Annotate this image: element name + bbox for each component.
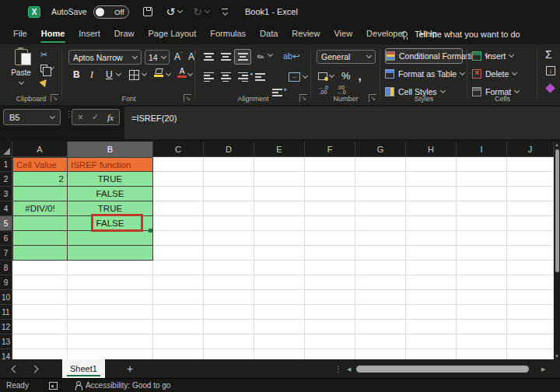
cell-C8[interactable]	[153, 261, 204, 275]
cell-E14[interactable]	[254, 349, 305, 359]
insert-function-icon[interactable]: fx	[107, 113, 114, 122]
fill-color-dropdown-icon[interactable]	[166, 71, 171, 76]
copy-icon[interactable]	[40, 65, 47, 72]
sheet-options-dots-icon[interactable]: ⋮	[334, 367, 342, 371]
row-header-3[interactable]: 3	[0, 187, 12, 201]
cut-icon[interactable]: ✂	[40, 51, 47, 58]
underline-dropdown-icon[interactable]	[116, 71, 121, 76]
new-sheet-icon[interactable]: +	[127, 362, 133, 375]
cell-I5[interactable]	[457, 216, 507, 231]
cell-A11[interactable]	[12, 305, 68, 320]
column-header-G[interactable]: G	[355, 142, 406, 157]
cell-I6[interactable]	[457, 231, 507, 246]
cell-J7[interactable]	[507, 246, 554, 261]
row-header-14[interactable]: 14	[0, 349, 12, 359]
cell-F6[interactable]	[305, 231, 355, 246]
cell-G6[interactable]	[355, 231, 406, 246]
fill-color-icon[interactable]	[154, 68, 163, 77]
cell-J12[interactable]	[507, 320, 554, 334]
cell-B11[interactable]	[68, 305, 153, 320]
cell-D2[interactable]	[204, 172, 254, 187]
cell-F4[interactable]	[305, 201, 355, 216]
next-sheet-icon[interactable]	[31, 365, 39, 373]
cell-F13[interactable]	[305, 334, 355, 349]
cell-H12[interactable]	[406, 320, 457, 334]
scroll-up-icon[interactable]: ▲	[555, 142, 559, 147]
cell-G3[interactable]	[355, 187, 406, 201]
cell-D13[interactable]	[204, 334, 254, 349]
orientation-icon[interactable]: ✎	[255, 51, 267, 64]
cell-G1[interactable]	[355, 157, 406, 172]
previous-sheet-icon[interactable]	[12, 365, 19, 373]
undo-dropdown-icon[interactable]	[177, 8, 183, 13]
font-color-icon[interactable]: A	[177, 68, 187, 78]
orientation-dropdown-icon[interactable]	[268, 51, 273, 57]
decrease-decimal-icon[interactable]: .00→.0	[336, 86, 346, 95]
column-header-F[interactable]: F	[305, 142, 355, 157]
cell-J2[interactable]	[507, 172, 554, 187]
macro-record-icon[interactable]	[49, 382, 58, 390]
cell-J9[interactable]	[507, 275, 554, 290]
cell-E1[interactable]	[254, 157, 305, 172]
top-align-icon[interactable]	[200, 49, 217, 65]
cell-F10[interactable]	[305, 290, 355, 305]
cell-I9[interactable]	[457, 275, 507, 290]
column-header-C[interactable]: C	[153, 142, 204, 157]
cell-J13[interactable]	[507, 334, 554, 349]
cell-J4[interactable]	[507, 201, 554, 216]
customize-toolbar-icon[interactable]	[222, 9, 228, 16]
cell-C1[interactable]	[153, 157, 204, 172]
cell-J3[interactable]	[507, 187, 554, 201]
cell-E8[interactable]	[254, 261, 305, 275]
tab-view[interactable]: View	[327, 24, 359, 44]
cell-J1[interactable]	[507, 157, 554, 172]
select-all-corner[interactable]	[0, 142, 12, 157]
cell-F9[interactable]	[305, 275, 355, 290]
cell-I10[interactable]	[457, 290, 507, 305]
cell-E10[interactable]	[254, 290, 305, 305]
row-header-12[interactable]: 12	[0, 320, 12, 334]
cell-B10[interactable]	[68, 290, 153, 305]
cell-H14[interactable]	[406, 349, 457, 359]
cell-C5[interactable]	[153, 216, 204, 231]
conditional-formatting-button[interactable]: Conditional Formatting	[385, 48, 463, 64]
cell-F2[interactable]	[305, 172, 355, 187]
cell-E7[interactable]	[254, 246, 305, 261]
font-name-select[interactable]: Aptos Narrow	[68, 50, 142, 65]
cell-I3[interactable]	[457, 187, 507, 201]
cell-A9[interactable]	[12, 275, 68, 290]
paste-button[interactable]: Paste	[6, 49, 36, 93]
row-header-4[interactable]: 4	[0, 201, 12, 216]
accounting-format-icon[interactable]	[318, 72, 327, 80]
borders-icon[interactable]	[129, 70, 139, 80]
decrease-indent-icon[interactable]	[251, 69, 268, 85]
sheet-tab[interactable]: Sheet1	[62, 359, 105, 378]
cell-E11[interactable]	[254, 305, 305, 320]
column-header-D[interactable]: D	[204, 142, 254, 157]
column-header-E[interactable]: E	[254, 142, 305, 157]
cell-G13[interactable]	[355, 334, 406, 349]
cell-C2[interactable]	[153, 172, 204, 187]
vertical-scrollbar[interactable]: ▲ ▼	[554, 142, 560, 359]
cell-D1[interactable]	[204, 157, 254, 172]
cell-J6[interactable]	[507, 231, 554, 246]
cell-G7[interactable]	[355, 246, 406, 261]
cell-E13[interactable]	[254, 334, 305, 349]
tab-file[interactable]: File	[6, 24, 34, 44]
vertical-scroll-thumb[interactable]	[555, 149, 559, 272]
tab-draw[interactable]: Draw	[107, 24, 142, 44]
cell-B12[interactable]	[68, 320, 153, 334]
cell-H4[interactable]	[406, 201, 457, 216]
cell-F12[interactable]	[305, 320, 355, 334]
clipboard-dialog-launcher-icon[interactable]: ↘	[51, 94, 58, 102]
cell-H10[interactable]	[406, 290, 457, 305]
font-color-dropdown-icon[interactable]	[187, 71, 193, 76]
row-header-9[interactable]: 9	[0, 275, 12, 290]
cell-H2[interactable]	[406, 172, 457, 187]
cell-I14[interactable]	[457, 349, 507, 359]
autosum-icon[interactable]: Σ	[545, 48, 552, 61]
cell-D6[interactable]	[204, 231, 254, 246]
cell-I4[interactable]	[457, 201, 507, 216]
cell-A7[interactable]	[12, 246, 68, 261]
cell-G10[interactable]	[355, 290, 406, 305]
